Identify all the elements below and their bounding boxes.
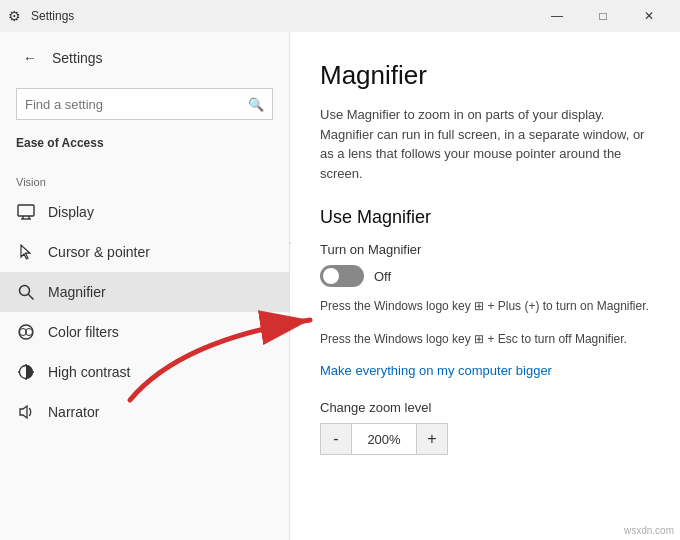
toggle-hint-1: Press the Windows logo key ⊞ + Plus (+) … — [320, 297, 650, 316]
sidebar-item-narrator[interactable]: Narrator — [0, 392, 289, 432]
watermark: wsxdn.com — [624, 525, 674, 536]
sidebar-breadcrumb: Ease of Access — [0, 132, 289, 160]
sidebar-item-magnifier[interactable]: Magnifier — [0, 272, 289, 312]
toggle-hint-2: Press the Windows logo key ⊞ + Esc to tu… — [320, 330, 650, 349]
magnifier-label: Magnifier — [48, 284, 106, 300]
search-box: 🔍 — [16, 88, 273, 120]
content-area: Magnifier Use Magnifier to zoom in on pa… — [290, 32, 680, 540]
magnifier-toggle[interactable] — [320, 265, 364, 287]
titlebar-title: Settings — [27, 9, 534, 23]
narrator-icon — [16, 402, 36, 422]
page-description: Use Magnifier to zoom in on parts of you… — [320, 105, 650, 183]
svg-line-5 — [29, 295, 34, 300]
sidebar-item-color-filters[interactable]: Color filters — [0, 312, 289, 352]
cursor-label: Cursor & pointer — [48, 244, 150, 260]
sidebar-item-display[interactable]: Display — [0, 192, 289, 232]
minimize-button[interactable]: — — [534, 0, 580, 32]
zoom-value: 200% — [352, 423, 416, 455]
zoom-label: Change zoom level — [320, 400, 650, 415]
zoom-plus-button[interactable]: + — [416, 423, 448, 455]
toggle-state: Off — [374, 269, 391, 284]
sidebar-spacer — [0, 160, 289, 168]
sidebar-app-title: Settings — [52, 50, 103, 66]
back-button[interactable]: ← — [16, 44, 44, 72]
bigger-link[interactable]: Make everything on my computer bigger — [320, 363, 650, 378]
cursor-icon — [16, 242, 36, 262]
display-label: Display — [48, 204, 94, 220]
titlebar: ⚙ Settings — □ ✕ — [0, 0, 680, 32]
close-button[interactable]: ✕ — [626, 0, 672, 32]
sidebar: ← Settings 🔍 Ease of Access Vision Displ… — [0, 32, 290, 540]
color-filters-label: Color filters — [48, 324, 119, 340]
zoom-minus-button[interactable]: - — [320, 423, 352, 455]
use-magnifier-heading: Use Magnifier — [320, 207, 650, 228]
svg-rect-0 — [18, 205, 34, 216]
zoom-controls: - 200% + — [320, 423, 650, 455]
search-icon: 🔍 — [248, 97, 264, 112]
sidebar-item-high-contrast[interactable]: High contrast — [0, 352, 289, 392]
main-layout: ← Settings 🔍 Ease of Access Vision Displ… — [0, 32, 680, 540]
titlebar-controls: — □ ✕ — [534, 0, 672, 32]
high-contrast-icon — [16, 362, 36, 382]
settings-icon: ⚙ — [8, 8, 21, 24]
display-icon — [16, 202, 36, 222]
sidebar-header: ← Settings — [0, 32, 289, 84]
high-contrast-label: High contrast — [48, 364, 130, 380]
color-filters-icon — [16, 322, 36, 342]
sidebar-vision-label: Vision — [0, 168, 289, 192]
narrator-label: Narrator — [48, 404, 99, 420]
page-title: Magnifier — [320, 60, 650, 91]
maximize-button[interactable]: □ — [580, 0, 626, 32]
toggle-label: Turn on Magnifier — [320, 242, 650, 257]
magnifier-icon — [16, 282, 36, 302]
sidebar-item-cursor[interactable]: Cursor & pointer — [0, 232, 289, 272]
toggle-knob — [323, 268, 339, 284]
toggle-row: Off — [320, 265, 650, 287]
search-input[interactable] — [25, 97, 242, 112]
